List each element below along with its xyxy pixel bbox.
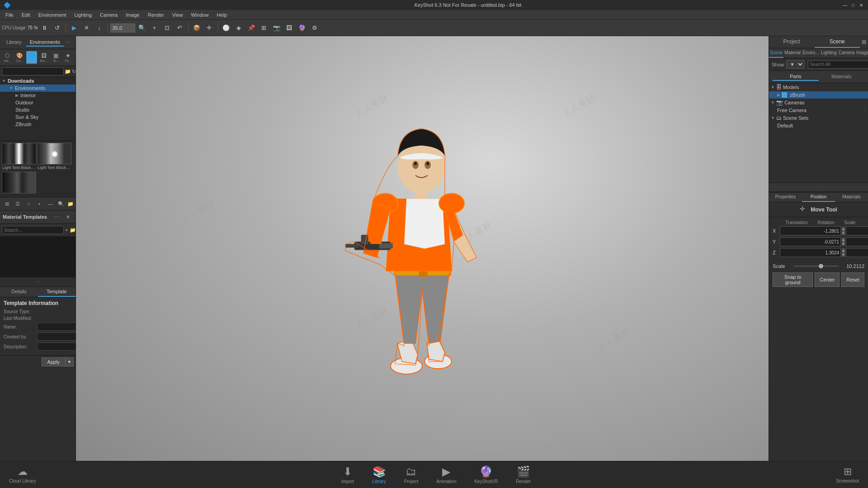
library-search-input[interactable]	[2, 67, 64, 75]
tree-zbrush[interactable]: ZBrush	[0, 121, 75, 128]
mat-options-btn[interactable]: ⋯	[52, 212, 61, 222]
center-btn[interactable]: Center	[815, 272, 840, 287]
misc-btn[interactable]: ⚙	[309, 22, 321, 34]
maximize-button[interactable]: □	[850, 2, 856, 8]
tab-properties[interactable]: Properties	[769, 192, 802, 202]
tree-studio[interactable]: Studio	[0, 106, 75, 113]
render-btn[interactable]: ▶	[68, 22, 80, 34]
pause-btn[interactable]: ⏸	[39, 22, 51, 34]
sub-tab-camera[interactable]: Camera	[838, 48, 856, 58]
x-translation-input[interactable]	[780, 226, 841, 235]
tab-details[interactable]: Details	[0, 287, 38, 297]
tab-materials[interactable]: Materials	[819, 73, 865, 81]
move-btn[interactable]: ✛	[203, 22, 215, 34]
vr-btn[interactable]: 🔮	[296, 22, 308, 34]
z-rotation-input[interactable]	[846, 248, 868, 257]
y-translation-spinner[interactable]: ▲ ▼	[842, 238, 845, 246]
add-model-btn[interactable]: 📦	[191, 22, 203, 34]
minimize-button[interactable]: —	[842, 2, 848, 8]
thumb-tent3[interactable]	[2, 172, 36, 195]
scene-free-camera[interactable]: Free Camera -	[769, 107, 868, 114]
zoom-out-btn[interactable]: 🔍	[136, 22, 148, 34]
tab-project[interactable]: Project	[769, 36, 815, 48]
mat-search-input[interactable]	[2, 226, 64, 234]
close-button[interactable]: ✕	[858, 2, 864, 8]
description-input[interactable]	[37, 343, 75, 351]
search-refresh-btn[interactable]: ↻	[72, 67, 76, 75]
scene-scene-sets[interactable]: ▼ 🗂 Scene Sets	[769, 114, 868, 122]
x-trans-up[interactable]: ▲	[842, 227, 845, 231]
sphere-btn[interactable]: ⚪	[220, 22, 232, 34]
sub-tab-material[interactable]: Material	[783, 48, 802, 58]
folder2-btn[interactable]: 📁	[67, 199, 74, 209]
menu-lighting[interactable]: Lighting	[71, 11, 95, 19]
backplates-icon-btn[interactable]: 🖼Bac...	[38, 51, 49, 64]
tab-position[interactable]: Position	[802, 192, 835, 202]
keyshotvr-tool-btn[interactable]: 🔮 KeyShotVR	[471, 464, 501, 486]
camera2-btn[interactable]: 📷	[271, 22, 283, 34]
circle-btn[interactable]: ○	[24, 199, 33, 209]
colors-icon-btn[interactable]: 🎨Col...	[14, 51, 25, 64]
search-folder-btn[interactable]: 📁	[65, 67, 71, 75]
apply-dropdown-btn[interactable]: ▼	[66, 357, 74, 366]
env-icon-btn[interactable]: 🌐En...	[26, 51, 38, 64]
mat-close-btn[interactable]: ✕	[63, 212, 73, 222]
z-translation-input[interactable]	[780, 248, 841, 257]
scene-models-group[interactable]: ▼ 🗄 Models	[769, 83, 868, 91]
y-rotation-input[interactable]	[846, 237, 868, 246]
animation-tool-btn[interactable]: ▶ Animation	[433, 464, 460, 486]
favorites-icon-btn[interactable]: ★Fa...	[62, 51, 74, 64]
mat-add-btn[interactable]: +	[65, 225, 68, 235]
project-tool-btn[interactable]: 🗂 Project	[401, 464, 422, 486]
show-dropdown[interactable]: ▼	[786, 60, 804, 69]
reset-btn[interactable]: Reset	[841, 272, 864, 287]
z-translation-spinner[interactable]: ▲ ▼	[842, 249, 845, 257]
grid-view-btn[interactable]: ⊞	[2, 199, 12, 209]
z-trans-down[interactable]: ▼	[842, 253, 845, 257]
menu-environment[interactable]: Environment	[35, 11, 70, 19]
tab-library[interactable]: Library	[3, 38, 25, 47]
menu-file[interactable]: File	[2, 11, 17, 19]
created-by-input[interactable]	[37, 333, 75, 341]
render-tool-btn[interactable]: 🎬 Render	[512, 464, 534, 486]
list-view-btn[interactable]: ☰	[13, 199, 23, 209]
x-translation-spinner[interactable]: ▲ ▼	[842, 227, 845, 235]
menu-window[interactable]: Window	[187, 11, 212, 19]
scene-default[interactable]: Default	[769, 122, 868, 129]
cloud-library-btn[interactable]: ☁ Cloud Library	[9, 466, 36, 483]
snap-to-ground-btn[interactable]: Snap to ground	[773, 272, 813, 287]
apply-button[interactable]: Apply	[42, 357, 66, 366]
scene-zbrush-item[interactable]: ▶ zBrush	[769, 91, 868, 99]
geo-btn[interactable]: ◈	[233, 22, 245, 34]
tab-scene[interactable]: Scene	[815, 36, 860, 48]
panel-options-btn[interactable]: ⋯	[64, 38, 74, 47]
sub-tab-image[interactable]: Image	[855, 48, 868, 58]
frame-btn[interactable]: ⊡	[161, 22, 173, 34]
grid-btn[interactable]: ⊞	[258, 22, 270, 34]
screenshot-btn[interactable]: ⊞ Screenshot	[836, 466, 859, 483]
name-input[interactable]	[37, 323, 75, 331]
zoom-in-btn[interactable]: +	[149, 22, 160, 34]
x-trans-down[interactable]: ▼	[842, 231, 845, 235]
x-rotation-input[interactable]	[846, 226, 868, 235]
tree-interior[interactable]: ▶ Interior	[0, 92, 75, 99]
thumb-tent1[interactable]: Light Tent Black Enclose...	[2, 143, 36, 171]
library-tool-btn[interactable]: 📚 Library	[368, 464, 390, 486]
dot-btn[interactable]: •	[34, 199, 44, 209]
tab-parts[interactable]: Parts	[773, 73, 819, 81]
screenshot-tb-btn[interactable]: 🖼	[283, 22, 295, 34]
sub-tab-scene[interactable]: Scene	[769, 48, 783, 58]
y-trans-down[interactable]: ▼	[842, 242, 845, 246]
menu-view[interactable]: View	[169, 11, 187, 19]
tree-environments[interactable]: ▼ Environments	[0, 84, 75, 92]
textures-icon-btn[interactable]: ▦Te...	[50, 51, 61, 64]
speed-input[interactable]: 35.0	[110, 23, 135, 33]
y-translation-input[interactable]	[780, 237, 841, 246]
menu-edit[interactable]: Edit	[18, 11, 34, 19]
line-btn[interactable]: —	[45, 199, 55, 209]
menu-help[interactable]: Help	[213, 11, 231, 19]
z-trans-up[interactable]: ▲	[842, 249, 845, 253]
tree-sunsky[interactable]: Sun & Sky	[0, 113, 75, 121]
undo-arrow[interactable]: ↶	[174, 22, 186, 34]
down-btn[interactable]: ↓	[94, 22, 105, 34]
